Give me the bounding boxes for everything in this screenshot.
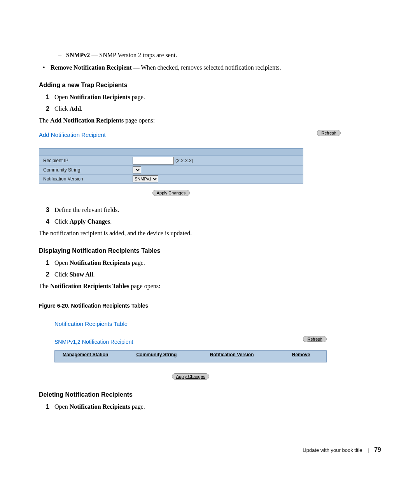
screenshot-add-recipient: Refresh Add Notification Recipient Recip… [39, 131, 303, 196]
snmpv2-term: SNMPv2 [66, 52, 90, 58]
book-title: Update with your book title [303, 447, 362, 453]
shot1-title: Add Notification Recipient [39, 131, 303, 138]
remove-desc: — When checked, removes selected notific… [132, 64, 281, 71]
heading-deleting: Deleting Notification Recipients [39, 391, 381, 398]
footer-divider: | [368, 447, 369, 453]
col-management-station: Management Station [63, 352, 136, 357]
remove-term: Remove Notification Recipient [51, 64, 132, 71]
row-notification-version: Notification Version SNMPv1 [39, 174, 303, 183]
recipient-ip-label: Recipient IP [43, 158, 133, 163]
figure-caption: Figure 6-20. Notification Recipients Tab… [39, 303, 381, 309]
notification-version-select[interactable]: SNMPv1 [133, 175, 158, 182]
snmpv2-line: – SNMPv2 — SNMP Version 2 traps are sent… [58, 51, 381, 60]
page-number: 79 [374, 446, 381, 453]
community-string-label: Community String [43, 167, 133, 173]
recipient-ip-hint: (X.X.X.X) [175, 158, 193, 163]
row-community-string: Community String [39, 165, 303, 174]
recipient-ip-input[interactable] [133, 157, 174, 164]
sectionA-result: The Add Notification Recipients page ope… [39, 116, 381, 125]
refresh-button[interactable]: Refresh [317, 130, 341, 136]
col-community-string: Community String [136, 352, 210, 357]
sectionB-result: The Notification Recipients Tables page … [39, 282, 381, 291]
community-string-select[interactable] [133, 166, 141, 173]
stepB1: 1Open Notification Recipients page. [39, 258, 381, 268]
row-recipient-ip: Recipient IP (X.X.X.X) [39, 156, 303, 165]
form-panel: Recipient IP (X.X.X.X) Community String … [39, 148, 303, 184]
screenshot-recipients-table: Notification Recipients Table Refresh SN… [54, 320, 327, 380]
shot2-title: Notification Recipients Table [54, 320, 327, 327]
table-header-strip: Management Station Community String Noti… [54, 350, 327, 362]
stepC1: 1Open Notification Recipients page. [39, 402, 381, 411]
stepA4: 4Click Apply Changes. [39, 217, 381, 226]
sectionA2-result: The notification recipient is added, and… [39, 229, 381, 238]
heading-displaying: Displaying Notification Recipients Table… [39, 247, 381, 254]
apply-changes-button[interactable]: Apply Changes [152, 190, 190, 196]
apply-changes-button-2[interactable]: Apply Changes [172, 373, 210, 380]
stepA3: 3Define the relevant fields. [39, 205, 381, 215]
col-remove: Remove [284, 352, 318, 357]
panel-top-strip [39, 149, 303, 156]
remove-bullet: Remove Notification Recipient — When che… [39, 63, 381, 72]
page-footer: Update with your book title | 79 [303, 446, 381, 453]
shot2-subtitle: SNMPv1,2 Notification Recipient [54, 339, 327, 345]
col-notification-version: Notification Version [210, 352, 284, 357]
stepA2: 2Click Add. [39, 104, 381, 114]
stepB2: 2Click Show All. [39, 270, 381, 279]
snmpv2-desc: — SNMP Version 2 traps are sent. [90, 52, 177, 58]
stepA1: 1Open Notification Recipients page. [39, 93, 381, 102]
notification-version-label: Notification Version [43, 176, 133, 182]
refresh-button-2[interactable]: Refresh [303, 336, 327, 342]
heading-adding: Adding a new Trap Recipients [39, 82, 381, 89]
